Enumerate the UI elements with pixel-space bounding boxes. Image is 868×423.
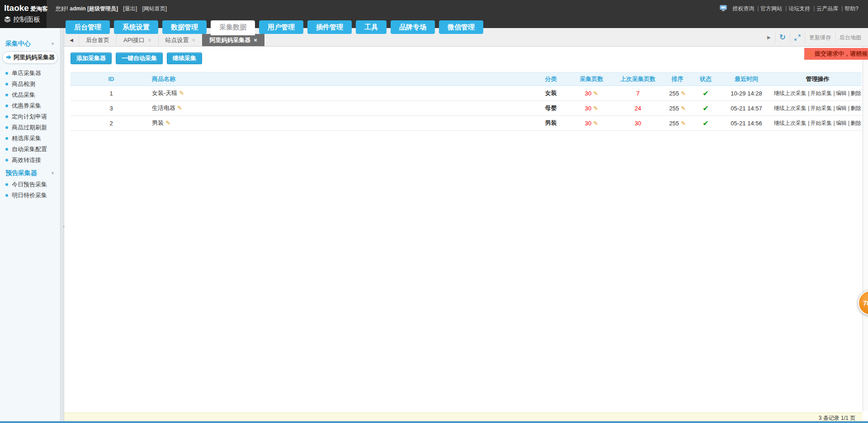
logout-link[interactable]: [退出] [123, 5, 137, 12]
pencil-icon[interactable]: ✎ [681, 105, 686, 112]
sidebar-item-directional-plan[interactable]: 定向计划申请 [0, 111, 60, 122]
cell-pages: 30✎ [570, 101, 613, 116]
vertical-scrollbar[interactable] [863, 47, 868, 411]
pencil-icon[interactable]: ✎ [681, 90, 686, 97]
pencil-icon[interactable]: ✎ [593, 120, 598, 127]
continue-last-collect-link[interactable]: 继续上次采集 [774, 90, 810, 96]
sidebar-section-title: 采集中心 [5, 40, 31, 48]
col-header-ops: 管理操作 [774, 72, 862, 86]
pencil-icon[interactable]: ✎ [593, 105, 598, 112]
tab-alimama-collector[interactable]: 阿里妈妈采集器× [202, 34, 264, 46]
edit-link[interactable]: 编辑 [836, 120, 850, 126]
sidebar-item-coupon-collect[interactable]: 优惠券采集 [0, 100, 60, 111]
notification-text: 提交请求中，请稍候... [815, 50, 868, 58]
sidebar-item-alimama-collector[interactable]: 阿里妈妈采集器 [2, 51, 58, 64]
window-bottom-edge [0, 421, 868, 423]
scroll-tabs-right-icon[interactable]: ▶ [763, 32, 775, 43]
cell-sort: 255✎ [663, 101, 692, 116]
update-cache-button[interactable]: 更新缓存 [805, 32, 835, 43]
continue-last-collect-link[interactable]: 继续上次采集 [774, 105, 810, 111]
tab-site-settings[interactable]: 站点设置× [158, 34, 203, 46]
col-header-sort: 排序 [663, 72, 692, 86]
cell-last-pages: 7 [613, 86, 663, 101]
submit-pending-notification: 提交请求中，请稍候... [804, 48, 868, 60]
nav-backend-manage[interactable]: 后台管理 [66, 20, 110, 34]
nav-collect-data[interactable]: 采集数据 [211, 20, 255, 35]
sidebar-splitter[interactable] [60, 28, 64, 423]
tab-backend-home[interactable]: 后台首页 [79, 34, 116, 46]
sidebar-item-single-store[interactable]: 单店采集器 [0, 68, 60, 79]
product-name: 男装 [152, 119, 164, 126]
caret-down-icon[interactable]: ▼ [51, 171, 55, 176]
delete-link[interactable]: 删除 [850, 120, 861, 126]
continue-last-collect-link[interactable]: 继续上次采集 [774, 120, 810, 126]
nav-tools[interactable]: 工具 [356, 20, 387, 34]
caret-down-icon[interactable]: ▼ [51, 42, 55, 46]
nav-system-settings[interactable]: 系统设置 [114, 20, 158, 34]
collector-toolbar: 添加采集器 一键自动采集 继续采集 [64, 47, 868, 64]
check-icon: ✔ [703, 119, 708, 127]
cell-name: 生活电器✎ [152, 101, 532, 116]
link-auth-query[interactable]: 授权查询 [729, 5, 757, 13]
sidebar-item-today-preview[interactable]: 今日预告采集 [0, 179, 60, 190]
refresh-icon[interactable]: ↻ [775, 32, 790, 43]
pencil-icon[interactable]: ✎ [681, 120, 686, 127]
nav-data-manage[interactable]: 数据管理 [162, 20, 207, 34]
start-collect-link[interactable]: 开始采集 [810, 105, 835, 111]
continue-collect-button[interactable]: 继续采集 [167, 52, 202, 64]
nav-plugin-manage[interactable]: 插件管理 [307, 20, 352, 34]
table-row: 3 生活电器✎ 母婴 30✎ 24 255✎ ✔ 05-21 14:57 继续上… [71, 101, 862, 116]
close-icon[interactable]: × [192, 37, 196, 43]
cell-name: 男装✎ [152, 116, 532, 131]
link-help[interactable]: 帮助? [841, 5, 862, 13]
start-collect-link[interactable]: 开始采集 [810, 120, 835, 126]
edit-link[interactable]: 编辑 [836, 105, 850, 111]
link-forum-support[interactable]: 论坛支持 [785, 5, 813, 13]
scroll-tabs-left-icon[interactable]: ◀ [64, 34, 79, 46]
backend-map-button[interactable]: 后台地图 [835, 32, 865, 43]
site-home-link[interactable]: [网站首页] [142, 5, 167, 12]
panel-label: 控制面板 [13, 15, 40, 24]
pencil-icon[interactable]: ✎ [177, 105, 182, 111]
start-collect-link[interactable]: 开始采集 [810, 90, 835, 96]
sidebar-section-preview-collector[interactable]: 预告采集器 ▼ [0, 167, 60, 179]
cell-last-pages: 30 [613, 116, 663, 131]
nav-brand-special[interactable]: 品牌专场 [391, 20, 435, 34]
sidebar-item-tomorrow-special[interactable]: 明日特价采集 [0, 190, 60, 201]
cell-ops: 继续上次采集开始采集编辑删除 [774, 116, 862, 131]
sidebar-item-selected-library[interactable]: 精选库采集 [0, 133, 60, 144]
sidebar: 采集中心 ▼ 阿里妈妈采集器 单店采集器 商品检测 优品采集 优惠券采集 定向计… [0, 28, 60, 423]
sidebar-item-product-check[interactable]: 商品检测 [0, 79, 60, 90]
cell-sort: 255✎ [663, 86, 692, 101]
close-icon[interactable]: × [148, 37, 151, 43]
edit-link[interactable]: 编辑 [836, 90, 850, 96]
delete-link[interactable]: 删除 [850, 90, 861, 96]
sidebar-item-youpin-collect[interactable]: 优品采集 [0, 90, 60, 100]
fullscreen-icon[interactable] [790, 32, 805, 43]
table-row: 2 男装✎ 男装 30✎ 30 255✎ ✔ 05-21 14:56 继续上次采… [71, 116, 862, 131]
greeting-text: 您好! [56, 5, 68, 12]
nav-user-manage[interactable]: 用户管理 [259, 20, 303, 34]
sidebar-item-efficient-link[interactable]: 高效转连接 [0, 155, 60, 166]
sidebar-section-title: 预告采集器 [5, 169, 37, 177]
cell-status: ✔ [692, 116, 719, 131]
sidebar-item-expired-refresh[interactable]: 商品过期刷新 [0, 122, 60, 133]
close-icon[interactable]: × [254, 37, 257, 43]
pencil-icon[interactable]: ✎ [179, 90, 184, 96]
content-area: 提交请求中，请稍候... 添加采集器 一键自动采集 继续采集 ID 商品名称 [64, 47, 868, 423]
pencil-icon[interactable]: ✎ [165, 119, 170, 126]
sidebar-section-collect-center[interactable]: 采集中心 ▼ [0, 38, 60, 50]
tab-actions: ▶ ↻ 更新缓存 后台地图 [763, 32, 865, 43]
sidebar-item-auto-collect-config[interactable]: 自动采集配置 [0, 144, 60, 155]
col-header-pages: 采集页数 [570, 72, 613, 86]
link-official-site[interactable]: 官方网站 [757, 5, 785, 13]
one-key-auto-collect-button[interactable]: 一键自动采集 [116, 52, 163, 64]
cell-id: 1 [71, 86, 152, 101]
greeting-row: 您好!admin [超级管理员] [退出] [网站首页] [56, 5, 167, 13]
tab-api-interface[interactable]: API接口× [116, 34, 158, 46]
add-collector-button[interactable]: 添加采集器 [71, 52, 112, 64]
pencil-icon[interactable]: ✎ [593, 90, 598, 97]
nav-wechat-manage[interactable]: 微信管理 [439, 20, 483, 34]
delete-link[interactable]: 删除 [850, 105, 861, 111]
link-cloud-products[interactable]: 云产品库 [813, 5, 841, 13]
